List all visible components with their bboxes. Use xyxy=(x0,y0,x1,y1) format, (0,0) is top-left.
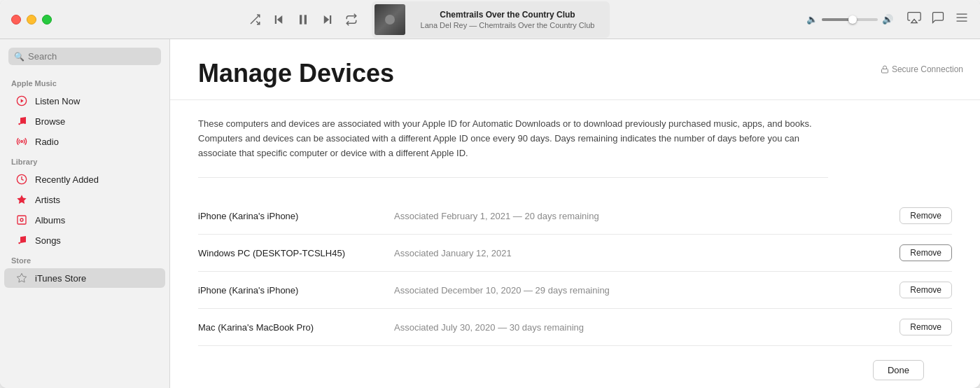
sidebar-section-library: Library xyxy=(0,152,169,169)
device-name-1: iPhone (Karina's iPhone) xyxy=(198,211,394,221)
svg-rect-16 xyxy=(18,216,26,224)
sidebar-item-recently-added[interactable]: Recently Added xyxy=(4,169,165,189)
maximize-button[interactable] xyxy=(42,15,52,25)
sidebar-item-artists[interactable]: Artists xyxy=(4,190,165,209)
shuffle-button[interactable] xyxy=(248,13,261,26)
sidebar-item-browse[interactable]: Browse xyxy=(4,111,165,131)
volume-mute-icon: 🔈 xyxy=(806,14,818,25)
airplay-button[interactable] xyxy=(907,11,921,28)
sidebar-item-albums[interactable]: Albums xyxy=(4,210,165,230)
svg-marker-8 xyxy=(911,20,917,23)
svg-marker-6 xyxy=(324,15,330,24)
table-row: Mac (Karina's MacBook Pro) Associated Ju… xyxy=(198,309,952,346)
sidebar-item-label-recently-added: Recently Added xyxy=(35,174,99,185)
titlebar: Chemtrails Over the Country Club Lana De… xyxy=(0,0,980,39)
device-status-1: Associated February 1, 2021 — 20 days re… xyxy=(394,211,899,221)
lyrics-button[interactable] xyxy=(931,11,945,28)
sidebar-item-label-artists: Artists xyxy=(35,195,60,205)
sidebar-item-itunes-store[interactable]: iTunes Store xyxy=(4,268,165,288)
itunes-store-icon xyxy=(15,272,28,284)
device-status-4: Associated July 30, 2020 — 30 days remai… xyxy=(394,322,899,333)
sidebar-item-label-itunes-store: iTunes Store xyxy=(35,273,86,284)
device-name-2: Windows PC (DESKTOP-TCSLH45) xyxy=(198,248,394,258)
search-icon: 🔍 xyxy=(14,52,24,62)
rewind-button[interactable] xyxy=(272,13,285,26)
transport-controls xyxy=(248,13,358,27)
volume-slider[interactable] xyxy=(822,18,878,21)
lock-icon xyxy=(881,65,889,74)
table-row: iPhone (Karina's iPhone) Associated Dece… xyxy=(198,272,952,309)
device-name-3: iPhone (Karina's iPhone) xyxy=(198,285,394,296)
device-status-3: Associated December 10, 2020 — 29 days r… xyxy=(394,285,899,296)
svg-rect-3 xyxy=(275,15,276,24)
sidebar-item-label-songs: Songs xyxy=(35,235,61,246)
svg-rect-19 xyxy=(881,69,888,74)
device-name-4: Mac (Karina's MacBook Pro) xyxy=(198,322,394,333)
secure-connection-label: Secure Connection xyxy=(892,64,963,74)
radio-icon xyxy=(15,135,28,148)
sidebar-section-store: Store xyxy=(0,251,169,268)
sidebar-section-apple-music: Apple Music xyxy=(0,74,169,90)
repeat-button[interactable] xyxy=(345,13,358,26)
description-text: These computers and devices are associat… xyxy=(198,117,828,178)
content-header: Manage Devices Secure Connection xyxy=(170,39,980,100)
main-content: Manage Devices Secure Connection These c… xyxy=(170,39,980,388)
secure-connection: Secure Connection xyxy=(881,64,963,74)
titlebar-center: Chemtrails Over the Country Club Lana De… xyxy=(66,1,792,38)
album-art xyxy=(374,4,405,35)
recently-added-icon xyxy=(15,173,28,186)
sidebar-item-songs[interactable]: Songs xyxy=(4,230,165,250)
albums-icon xyxy=(15,214,28,226)
done-section: Done xyxy=(198,346,952,388)
listen-now-icon xyxy=(15,95,28,107)
now-playing-info: Chemtrails Over the Country Club Lana De… xyxy=(412,10,603,29)
table-row: Windows PC (DESKTOP-TCSLH45) Associated … xyxy=(198,235,952,272)
sidebar-item-listen-now[interactable]: Listen Now xyxy=(4,91,165,111)
svg-point-14 xyxy=(21,141,23,143)
songs-icon xyxy=(15,234,28,247)
svg-marker-18 xyxy=(17,273,26,282)
sidebar-item-label-listen-now: Listen Now xyxy=(35,96,80,106)
close-button[interactable] xyxy=(11,15,21,25)
svg-rect-7 xyxy=(330,15,331,24)
svg-rect-5 xyxy=(304,15,307,24)
page-title: Manage Devices xyxy=(198,59,952,88)
svg-marker-2 xyxy=(277,15,283,24)
done-button[interactable]: Done xyxy=(873,360,924,380)
device-status-2: Associated January 12, 2021 xyxy=(394,248,899,258)
content-body: These computers and devices are associat… xyxy=(170,100,980,388)
svg-marker-13 xyxy=(21,99,24,102)
now-playing-artist: Lana Del Rey — Chemtrails Over the Count… xyxy=(412,21,603,29)
sidebar-item-label-albums: Albums xyxy=(35,215,65,226)
volume-control: 🔈 🔊 xyxy=(806,14,893,25)
now-playing-title: Chemtrails Over the Country Club xyxy=(412,10,603,20)
queue-button[interactable] xyxy=(955,11,969,28)
sidebar: 🔍 Apple Music Listen Now xyxy=(0,39,170,388)
sidebar-item-radio[interactable]: Radio xyxy=(4,132,165,151)
volume-max-icon: 🔊 xyxy=(882,14,893,25)
browse-icon xyxy=(15,115,28,127)
artists-icon xyxy=(15,193,28,206)
remove-button-1[interactable]: Remove xyxy=(899,207,952,224)
now-playing: Chemtrails Over the Country Club Lana De… xyxy=(372,1,610,38)
table-row: iPhone (Karina's iPhone) Associated Febr… xyxy=(198,198,952,235)
traffic-lights xyxy=(11,15,52,25)
search-input[interactable] xyxy=(8,48,161,65)
remove-button-3[interactable]: Remove xyxy=(899,282,952,298)
app-body: 🔍 Apple Music Listen Now xyxy=(0,39,980,388)
minimize-button[interactable] xyxy=(27,15,36,25)
remove-button-4[interactable]: Remove xyxy=(899,319,952,335)
titlebar-right xyxy=(907,11,969,28)
sidebar-item-label-browse: Browse xyxy=(35,116,65,127)
pause-button[interactable] xyxy=(296,13,310,27)
sidebar-item-label-radio: Radio xyxy=(35,137,59,147)
remove-button-2[interactable]: Remove xyxy=(899,244,952,261)
app-window: Chemtrails Over the Country Club Lana De… xyxy=(0,0,980,388)
sidebar-search-container: 🔍 xyxy=(8,48,161,65)
svg-point-17 xyxy=(20,219,23,221)
forward-button[interactable] xyxy=(321,13,334,26)
svg-rect-4 xyxy=(300,15,302,24)
